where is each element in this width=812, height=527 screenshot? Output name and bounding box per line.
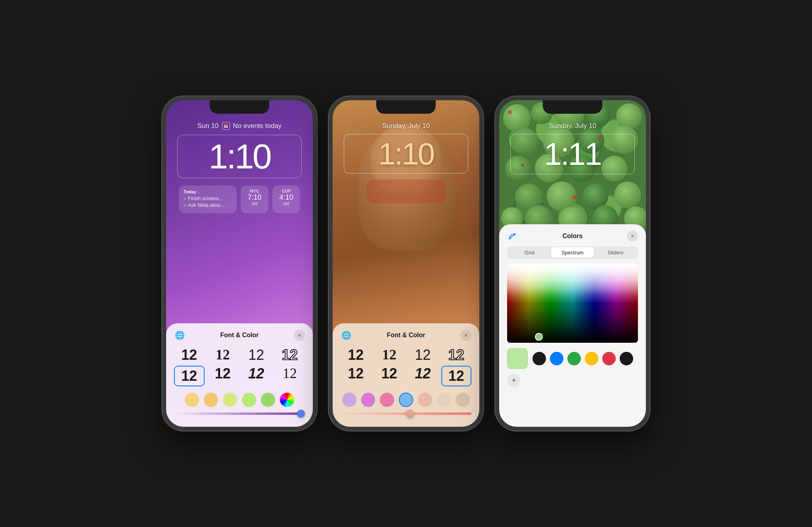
colors-panel-title: Colors bbox=[563, 233, 583, 240]
phone1-date: Sun 10 bbox=[197, 122, 219, 130]
clock-cup-time: 4:10 bbox=[276, 193, 296, 202]
color-swatches-2 bbox=[341, 393, 471, 407]
font-option-5[interactable]: 12 bbox=[174, 366, 205, 386]
preset-darkblack[interactable] bbox=[620, 352, 633, 365]
opacity-slider-1[interactable] bbox=[174, 412, 305, 415]
font-option-2[interactable]: 12 bbox=[208, 347, 238, 363]
phone1-time-box: 1:10 bbox=[177, 135, 302, 178]
reminder-2: ○Ask Silvia abou... bbox=[184, 202, 232, 208]
tab-spectrum[interactable]: Spectrum bbox=[551, 247, 594, 258]
color-swatch-5[interactable] bbox=[261, 393, 275, 407]
globe-icon-2[interactable]: 🌐 bbox=[341, 330, 352, 341]
color-swatch2-1[interactable] bbox=[342, 393, 356, 407]
font2-option-3[interactable]: 12 bbox=[408, 347, 438, 363]
clock-cup-city: CUP bbox=[276, 189, 296, 193]
preset-black[interactable] bbox=[532, 352, 546, 365]
phone1-no-events: No events today bbox=[233, 122, 282, 130]
spectrum-picker[interactable] bbox=[507, 264, 638, 343]
preset-yellow[interactable] bbox=[585, 352, 598, 365]
tab-sliders[interactable]: Sliders bbox=[594, 247, 637, 258]
clock-nyc-city: NYC bbox=[245, 189, 264, 193]
preset-green[interactable] bbox=[567, 352, 581, 365]
preset-colors bbox=[532, 352, 638, 365]
colors-tabs: Grid Spectrum Sliders bbox=[507, 246, 638, 259]
panel2-title: Font & Color bbox=[387, 332, 425, 339]
add-color-button[interactable]: + bbox=[507, 374, 521, 387]
globe-icon-1[interactable]: 🌐 bbox=[174, 330, 185, 341]
color-swatch2-2[interactable] bbox=[361, 393, 375, 407]
phone3-overlay: Sunday, July 10 1:11 bbox=[499, 122, 646, 174]
font2-option-5[interactable]: 12 bbox=[341, 366, 371, 386]
phone1-font-color-panel: 🌐 Font & Color × 12 12 12 12 12 12 12 12 bbox=[166, 323, 313, 427]
font-option-1[interactable]: 12 bbox=[174, 347, 205, 363]
font2-option-7[interactable]: 12 bbox=[408, 366, 438, 386]
phone-1: Sun 10 📅 No events today 1:10 Today ○Fin… bbox=[162, 96, 317, 431]
panel1-title: Font & Color bbox=[220, 332, 259, 339]
phone3-date: Sunday, July 10 bbox=[510, 122, 635, 130]
phone-2: Sunday, July 10 1:10 🌐 Font & Color × 12… bbox=[329, 96, 483, 431]
phone2-notch bbox=[376, 100, 436, 114]
color-swatches-1 bbox=[174, 393, 305, 407]
font2-option-1[interactable]: 12 bbox=[341, 347, 371, 363]
panel1-close-button[interactable]: × bbox=[294, 330, 305, 341]
color-swatch2-5[interactable] bbox=[418, 393, 432, 407]
color-swatch-3[interactable] bbox=[223, 393, 237, 407]
reminder-1-text: Finish screens... bbox=[188, 196, 222, 201]
phone2-time-box: 1:10 bbox=[344, 134, 468, 174]
panel2-header: 🌐 Font & Color × bbox=[341, 330, 471, 341]
color-swatch2-3[interactable] bbox=[380, 393, 394, 407]
calendar-icon: 📅 bbox=[222, 122, 230, 130]
reminder-1: ○Finish screens... bbox=[184, 196, 232, 201]
widget-clock-cup: CUP 4:10 AM bbox=[272, 185, 300, 213]
color-swatch-4[interactable] bbox=[242, 393, 256, 407]
phone-3: Sunday, July 10 1:11 Colors bbox=[495, 96, 650, 431]
font2-option-8[interactable]: 12 bbox=[441, 366, 472, 386]
colors-close-button[interactable]: × bbox=[627, 231, 638, 242]
slider-thumb-1[interactable] bbox=[297, 410, 305, 418]
phone2-overlay: Sunday, July 10 1:10 bbox=[333, 122, 479, 174]
current-color-swatch bbox=[507, 348, 528, 369]
font-option-3[interactable]: 12 bbox=[241, 347, 272, 363]
color-swatch2-6[interactable] bbox=[437, 393, 451, 407]
opacity-slider-2[interactable] bbox=[341, 412, 471, 415]
font-grid-1: 12 12 12 12 12 12 12 12 bbox=[174, 347, 305, 386]
widget-reminders: Today ○Finish screens... ○Ask Silvia abo… bbox=[179, 185, 237, 213]
font2-option-2[interactable]: 12 bbox=[374, 347, 405, 363]
phone1-notch bbox=[210, 100, 269, 114]
phone2-date: Sunday, July 10 bbox=[344, 122, 468, 130]
phones-container: Sun 10 📅 No events today 1:10 Today ○Fin… bbox=[162, 96, 650, 431]
current-color-row bbox=[507, 348, 638, 369]
preset-blue[interactable] bbox=[550, 352, 563, 365]
font2-option-6[interactable]: 12 bbox=[374, 366, 405, 386]
color-swatch-1[interactable] bbox=[185, 393, 199, 407]
color-swatch2-4-selected[interactable] bbox=[399, 393, 413, 407]
font-option-7[interactable]: 12 bbox=[241, 366, 272, 386]
font-grid-2: 12 12 12 12 12 12 12 12 bbox=[341, 347, 471, 386]
phone3-time-box: 1:11 bbox=[510, 134, 635, 174]
font-option-8[interactable]: 12 bbox=[275, 366, 305, 386]
color-swatch2-7[interactable] bbox=[456, 393, 470, 407]
font-option-4[interactable]: 12 bbox=[275, 347, 305, 363]
font2-option-4[interactable]: 12 bbox=[441, 347, 472, 363]
color-swatch-2[interactable] bbox=[204, 393, 218, 407]
reminders-title: Today bbox=[184, 189, 232, 194]
font-option-6[interactable]: 12 bbox=[208, 366, 238, 386]
slider-thumb-2[interactable] bbox=[406, 410, 414, 418]
phone3-notch bbox=[543, 100, 602, 114]
phone1-date-row: Sun 10 📅 No events today bbox=[177, 122, 302, 130]
clock-cup-ampm: AM bbox=[276, 202, 296, 206]
clock-nyc-time: 7:10 bbox=[245, 193, 264, 202]
preset-red[interactable] bbox=[602, 352, 616, 365]
panel1-header: 🌐 Font & Color × bbox=[174, 330, 305, 341]
colors-panel-header: Colors × bbox=[507, 231, 638, 242]
spectrum-handle[interactable] bbox=[535, 333, 543, 341]
widget-clock-nyc: NYC 7:10 AM bbox=[241, 185, 268, 213]
eyedropper-icon[interactable] bbox=[507, 231, 518, 242]
color-swatch-rainbow[interactable] bbox=[280, 393, 294, 407]
colors-panel: Colors × Grid Spectrum Sliders bbox=[499, 224, 646, 427]
phone1-time: 1:10 bbox=[186, 139, 293, 174]
panel2-close-button[interactable]: × bbox=[460, 330, 471, 341]
phone2-time: 1:10 bbox=[350, 138, 462, 169]
tab-grid[interactable]: Grid bbox=[508, 247, 551, 258]
phone1-widgets: Today ○Finish screens... ○Ask Silvia abo… bbox=[177, 185, 302, 213]
